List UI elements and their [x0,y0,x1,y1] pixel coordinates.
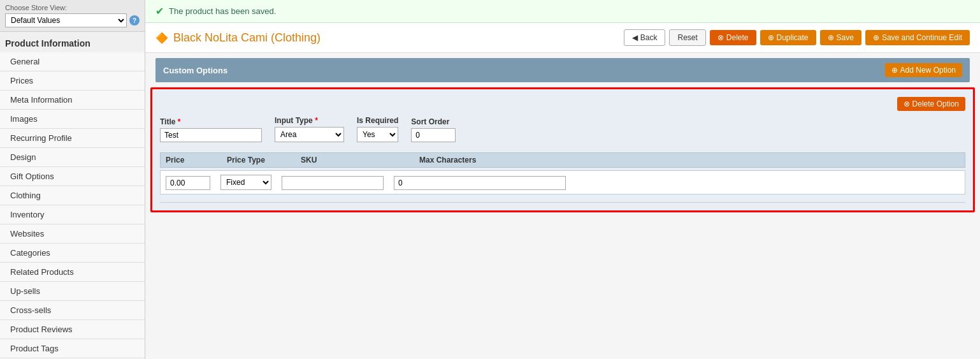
input-type-label: Input Type * [275,116,344,125]
sidebar-item-clothing[interactable]: Clothing [0,186,145,205]
sidebar-item-meta-information[interactable]: Meta Information [0,91,145,110]
is-required-field-group: Is Required Yes No [357,116,398,142]
section-header: Custom Options ⊕ Add New Option [155,58,970,82]
max-chars-col-header: Max Characters [419,156,521,165]
option-row1: Title * Input Type * Area Field [160,116,965,142]
sidebar-item-websites[interactable]: Websites [0,224,145,244]
content-area: Custom Options ⊕ Add New Option ⊗ Delete… [145,53,980,359]
store-view-label: Choose Store View: [5,4,140,11]
sidebar-item-prices[interactable]: Prices [0,71,145,91]
price-type-col-header: Price Type [227,156,291,165]
product-title: Black NoLita Cami (Clothing) [173,31,321,45]
delete-option-icon: ⊗ [904,99,910,108]
store-view-section: Choose Store View: Default Values ? [0,0,145,32]
sidebar-item-inventory[interactable]: Inventory [0,205,145,224]
back-button[interactable]: ◀ Back [624,29,666,46]
product-icon: 🔶 [155,32,168,44]
sidebar-item-recurring-profile[interactable]: Recurring Profile [0,129,145,148]
sidebar-item-general[interactable]: General [0,52,145,71]
option-container: ⊗ Delete Option Title * [150,87,975,212]
max-characters-input[interactable] [394,176,566,190]
title-label: Title * [160,117,262,126]
sidebar-item-product-reviews[interactable]: Product Reviews [0,320,145,339]
price-col-header: Price [166,156,217,165]
is-required-select[interactable]: Yes No [357,127,398,142]
success-icon: ✔ [155,5,164,17]
delete-icon: ⊗ [717,33,724,42]
sidebar-item-design[interactable]: Design [0,148,145,167]
sort-order-label: Sort Order [411,117,456,126]
help-icon[interactable]: ? [129,15,140,26]
sort-order-input[interactable] [411,128,456,142]
duplicate-button[interactable]: ⊕ Duplicate [760,30,816,45]
sidebar-nav: GeneralPricesMeta InformationImagesRecur… [0,52,145,359]
input-type-required: * [315,116,318,125]
notification-message: The product has been saved. [169,6,276,16]
title-field-group: Title * [160,117,262,142]
save-icon: ⊕ [828,33,834,42]
header-buttons: ◀ Back Reset ⊗ Delete ⊕ Duplicate ⊕ Save [624,29,970,46]
option-row2: Fixed Percent [160,170,965,194]
save-continue-button[interactable]: ⊕ Save and Continue Edit [865,30,970,45]
sidebar-item-product-tags[interactable]: Product Tags [0,339,145,358]
sidebar-item-images[interactable]: Images [0,110,145,129]
input-type-field-group: Input Type * Area Field File Select Radi… [275,116,344,142]
sidebar-item-cross-sells[interactable]: Cross-sells [0,301,145,320]
notification-bar: ✔ The product has been saved. [145,0,980,23]
save-button[interactable]: ⊕ Save [820,30,861,45]
sidebar: Choose Store View: Default Values ? Prod… [0,0,145,359]
sidebar-item-related-products[interactable]: Related Products [0,263,145,282]
option-divider [160,202,965,203]
price-input[interactable] [166,176,210,190]
input-type-select[interactable]: Area Field File Select Radio Buttons Che… [275,127,344,142]
add-option-icon: ⊕ [891,66,898,75]
price-type-select[interactable]: Fixed Percent [220,175,271,190]
sidebar-item-up-sells[interactable]: Up-sells [0,282,145,301]
reset-button[interactable]: Reset [669,29,705,46]
sort-order-field-group: Sort Order [411,117,456,142]
store-view-select[interactable]: Default Values [5,13,127,27]
title-input[interactable] [160,128,262,142]
save-continue-icon: ⊕ [873,33,879,42]
title-required: * [178,117,181,126]
option-delete-row: ⊗ Delete Option [160,97,965,111]
duplicate-icon: ⊕ [768,33,774,42]
product-info-heading: Product Information [0,32,145,52]
add-new-option-button[interactable]: ⊕ Add New Option [885,63,962,77]
product-header: 🔶 Black NoLita Cami (Clothing) ◀ Back Re… [145,23,980,53]
main-content: ✔ The product has been saved. 🔶 Black No… [145,0,980,359]
back-icon: ◀ [632,33,638,42]
sidebar-item-categories[interactable]: Categories [0,244,145,263]
sku-col-header: SKU [301,156,409,165]
sku-input[interactable] [282,176,384,190]
section-title: Custom Options [163,66,227,75]
delete-option-button[interactable]: ⊗ Delete Option [897,97,965,111]
delete-button[interactable]: ⊗ Delete [710,30,756,45]
sidebar-item-gift-options[interactable]: Gift Options [0,167,145,186]
main-layout: Choose Store View: Default Values ? Prod… [0,0,980,359]
is-required-label: Is Required [357,116,398,125]
